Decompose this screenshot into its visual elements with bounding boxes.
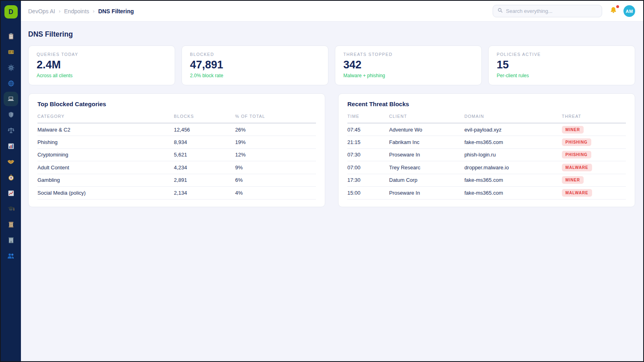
time-cell: 07:45 (347, 123, 389, 136)
categories-table: CATEGORY BLOCKS % OF TOTAL Malware & C2 … (37, 109, 316, 200)
client-cell: Datum Corp (389, 174, 464, 187)
table-row: 07:00 Trey Researc dropper.malware.io MA… (347, 161, 626, 174)
sidebar: D (1, 1, 21, 361)
sidebar-item-gear[interactable] (4, 60, 18, 75)
pct-cell: 26% (235, 123, 316, 136)
category-cell: Phishing (37, 136, 174, 149)
time-cell: 07:30 (347, 148, 389, 161)
stat-label: BLOCKED (190, 52, 320, 57)
breadcrumb: DevOps AI › Endpoints › DNS Filtering (28, 8, 134, 14)
office-building-icon (7, 237, 15, 244)
blocks-cell: 12,456 (174, 123, 235, 136)
table-row: 07:45 Adventure Wo evil-payload.xyz MINE… (347, 123, 626, 136)
domain-cell: fake-ms365.com (464, 174, 562, 187)
threats-table: TIME CLIENT DOMAIN THREAT 07:45 Adventur… (347, 109, 626, 200)
stat-subtext: Per-client rules (497, 73, 627, 78)
sidebar-item-users[interactable] (4, 249, 18, 263)
page-title: DNS Filtering (28, 30, 635, 39)
gear-icon (7, 64, 15, 72)
sidebar-item-bar-chart[interactable] (4, 139, 18, 153)
column-header-pct-of-total: % OF TOTAL (235, 109, 316, 123)
topbar: DevOps AI › Endpoints › DNS Filtering AM (21, 1, 643, 22)
threat-cell: MINER (562, 174, 626, 187)
table-row: Gambling 2,891 6% (37, 174, 316, 187)
app-logo[interactable]: D (4, 5, 18, 19)
stat-cards: QUERIES TODAY 2.4M Across all clients BL… (28, 45, 635, 85)
column-header-blocks: BLOCKS (174, 109, 235, 123)
time-cell: 17:30 (347, 174, 389, 187)
clipboard-icon (7, 33, 15, 40)
blocks-cell: 2,134 (174, 187, 235, 200)
blocks-cell: 2,891 (174, 174, 235, 187)
stat-card-queries-today: QUERIES TODAY 2.4M Across all clients (28, 45, 175, 85)
column-header-time: TIME (347, 109, 389, 123)
threat-badge: PHISHING (562, 151, 591, 158)
client-cell: Proseware In (389, 187, 464, 200)
column-header-threat: THREAT (562, 109, 626, 123)
client-cell: Fabrikam Inc (389, 136, 464, 149)
column-header-domain: DOMAIN (464, 109, 562, 123)
breadcrumb-separator: › (59, 8, 60, 14)
chart-up-icon (7, 189, 15, 197)
threat-badge: MINER (562, 126, 584, 134)
sidebar-item-chart-up[interactable] (4, 186, 18, 200)
sidebar-item-clipboard[interactable] (4, 29, 18, 43)
sidebar-nav (4, 29, 18, 263)
globe-icon (7, 80, 15, 87)
table-row: Phishing 8,934 19% (37, 136, 316, 149)
pct-cell: 6% (235, 174, 316, 187)
pct-cell: 12% (235, 148, 316, 161)
domain-cell: evil-payload.xyz (464, 123, 562, 136)
client-cell: Trey Researc (389, 161, 464, 174)
category-cell: Adult Content (37, 161, 174, 174)
time-cell: 15:00 (347, 187, 389, 200)
stat-card-threats-stopped: THREATS STOPPED 342 Malware + phishing (335, 45, 482, 85)
breadcrumb-devops-ai[interactable]: DevOps AI (28, 8, 55, 14)
stat-value: 15 (497, 59, 627, 71)
bell-icon (609, 9, 618, 16)
app-window: D (0, 0, 644, 362)
main-content: DNS Filtering QUERIES TODAY 2.4M Across … (21, 22, 643, 361)
breadcrumb-endpoints[interactable]: Endpoints (64, 8, 89, 14)
threat-cell: MINER (562, 123, 626, 136)
compass-icon (7, 174, 15, 181)
stat-value: 47,891 (190, 59, 320, 71)
pct-cell: 19% (235, 136, 316, 149)
sidebar-item-globe[interactable] (4, 76, 18, 90)
blocks-cell: 4,234 (174, 161, 235, 174)
search-box[interactable] (493, 5, 602, 17)
threat-cell: PHISHING (562, 148, 626, 161)
search-input[interactable] (506, 8, 598, 14)
panel-bottom-spacer (347, 200, 626, 203)
stat-label: THREATS STOPPED (343, 52, 473, 57)
domain-cell: phish-login.ru (464, 148, 562, 161)
sidebar-item-control-panel[interactable] (4, 45, 18, 59)
threat-badge: MALWARE (562, 164, 592, 171)
column-header-client: CLIENT (389, 109, 464, 123)
graduation-cap-icon (7, 205, 15, 213)
threat-cell: PHISHING (562, 136, 626, 149)
sidebar-item-compass[interactable] (4, 170, 18, 185)
notification-dot (616, 5, 619, 8)
bar-chart-icon (7, 142, 15, 150)
sidebar-item-scales[interactable] (4, 123, 18, 138)
scroll-icon (7, 221, 15, 228)
pct-cell: 4% (235, 187, 316, 200)
scales-icon (7, 127, 15, 134)
sidebar-item-shield[interactable] (4, 107, 18, 122)
table-row: 21:15 Fabrikam Inc fake-ms365.com PHISHI… (347, 136, 626, 149)
time-cell: 21:15 (347, 136, 389, 149)
users-icon (7, 252, 15, 260)
notifications-button[interactable] (609, 6, 618, 16)
stat-subtext: Across all clients (37, 73, 167, 78)
avatar[interactable]: AM (623, 5, 635, 17)
sidebar-item-scroll[interactable] (4, 217, 18, 232)
sidebar-item-handshake[interactable] (4, 154, 18, 169)
sidebar-item-graduation-cap[interactable] (4, 202, 18, 216)
blocks-cell: 8,934 (174, 136, 235, 149)
category-cell: Malware & C2 (37, 123, 174, 136)
client-cell: Adventure Wo (389, 123, 464, 136)
sidebar-item-office-building[interactable] (4, 233, 18, 247)
sidebar-item-laptop[interactable] (4, 92, 18, 106)
stat-subtext: Malware + phishing (343, 73, 473, 78)
